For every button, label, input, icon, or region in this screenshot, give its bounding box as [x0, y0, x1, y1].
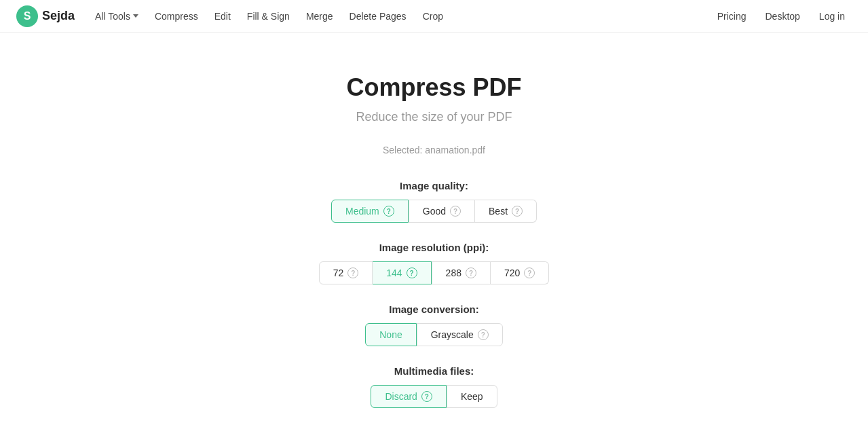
logo-icon: S — [16, 5, 38, 27]
nav-links: All Tools Compress Edit Fill & Sign Merg… — [88, 7, 711, 26]
quality-good-btn[interactable]: Good ? — [409, 200, 475, 223]
resolution-72-btn[interactable]: 72 ? — [319, 261, 373, 284]
quality-medium-btn[interactable]: Medium ? — [331, 200, 409, 223]
resolution-144-btn[interactable]: 144 ? — [373, 261, 431, 284]
nav-compress[interactable]: Compress — [148, 7, 205, 26]
nav-desktop[interactable]: Desktop — [758, 7, 806, 26]
image-resolution-label: Image resolution (ppi): — [379, 242, 489, 253]
quality-good-help-icon[interactable]: ? — [450, 206, 461, 217]
multimedia-files-section: Multimedia files: Discard ? Keep — [0, 365, 868, 408]
selected-file: Selected: anamation.pdf — [383, 145, 485, 155]
quality-best-help-icon[interactable]: ? — [512, 206, 523, 217]
multimedia-files-group: Discard ? Keep — [371, 385, 497, 408]
resolution-288-help-icon[interactable]: ? — [466, 267, 476, 278]
nav-crop[interactable]: Crop — [416, 7, 450, 26]
image-quality-section: Image quality: Medium ? Good ? Best ? — [0, 180, 868, 223]
resolution-720-btn[interactable]: 720 ? — [491, 261, 549, 284]
multimedia-discard-btn[interactable]: Discard ? — [371, 385, 446, 408]
resolution-144-help-icon[interactable]: ? — [407, 267, 417, 278]
nav-login[interactable]: Log in — [812, 7, 852, 26]
multimedia-files-label: Multimedia files: — [394, 365, 474, 377]
multimedia-keep-btn[interactable]: Keep — [447, 385, 497, 408]
navbar: S Sejda All Tools Compress Edit Fill & S… — [0, 0, 868, 33]
nav-pricing[interactable]: Pricing — [711, 7, 753, 26]
image-quality-label: Image quality: — [400, 180, 468, 191]
nav-all-tools[interactable]: All Tools — [88, 7, 145, 26]
page-subtitle: Reduce the size of your PDF — [356, 110, 512, 124]
image-conversion-section: Image conversion: None Grayscale ? — [0, 303, 868, 346]
image-resolution-group: 72 ? 144 ? 288 ? 720 ? — [319, 261, 550, 284]
image-conversion-label: Image conversion: — [389, 303, 479, 315]
resolution-720-help-icon[interactable]: ? — [524, 267, 535, 278]
nav-fill-sign[interactable]: Fill & Sign — [240, 7, 297, 26]
image-quality-group: Medium ? Good ? Best ? — [331, 200, 537, 223]
conversion-none-btn[interactable]: None — [365, 323, 416, 346]
conversion-grayscale-btn[interactable]: Grayscale ? — [417, 323, 503, 346]
conversion-grayscale-help-icon[interactable]: ? — [478, 329, 489, 340]
multimedia-discard-help-icon[interactable]: ? — [421, 391, 432, 402]
quality-medium-help-icon[interactable]: ? — [383, 206, 394, 217]
quality-best-btn[interactable]: Best ? — [475, 200, 537, 223]
nav-edit[interactable]: Edit — [208, 7, 238, 26]
chevron-down-icon — [133, 14, 138, 18]
nav-right: Pricing Desktop Log in — [711, 7, 852, 26]
brand-name: Sejda — [42, 9, 75, 23]
page-title: Compress PDF — [346, 73, 521, 102]
logo[interactable]: S Sejda — [16, 5, 75, 27]
nav-delete-pages[interactable]: Delete Pages — [343, 7, 413, 26]
resolution-288-btn[interactable]: 288 ? — [432, 261, 491, 284]
image-resolution-section: Image resolution (ppi): 72 ? 144 ? 288 ?… — [0, 242, 868, 284]
main-content: Compress PDF Reduce the size of your PDF… — [0, 33, 868, 425]
resolution-72-help-icon[interactable]: ? — [347, 267, 358, 278]
image-conversion-group: None Grayscale ? — [365, 323, 503, 346]
nav-merge[interactable]: Merge — [299, 7, 340, 26]
